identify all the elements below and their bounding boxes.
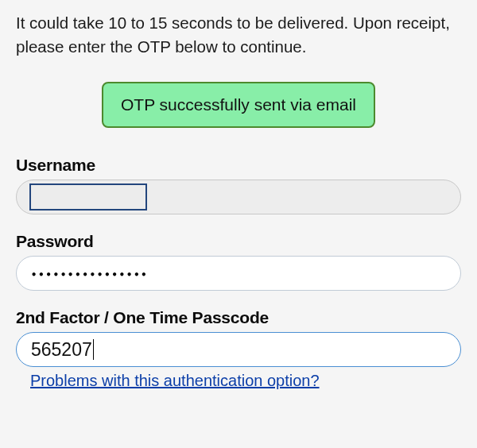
intro-text: It could take 10 to 15 seconds to be del…: [16, 11, 461, 58]
username-input[interactable]: [16, 180, 461, 214]
login-form-container: It could take 10 to 15 seconds to be del…: [0, 0, 477, 396]
alert-wrap: OTP successfully sent via email: [16, 82, 461, 128]
otp-input[interactable]: [16, 332, 461, 367]
username-label: Username: [16, 156, 461, 175]
auth-help-link[interactable]: Problems with this authentication option…: [30, 372, 320, 390]
password-input[interactable]: [16, 256, 461, 291]
username-autofill-highlight: [29, 183, 147, 210]
otp-sent-alert: OTP successfully sent via email: [102, 82, 375, 128]
alert-message: OTP successfully sent via email: [121, 95, 356, 114]
otp-label: 2nd Factor / One Time Passcode: [16, 308, 461, 327]
password-label: Password: [16, 232, 461, 251]
password-group: Password: [16, 232, 461, 291]
username-group: Username: [16, 156, 461, 214]
text-cursor: [93, 339, 94, 360]
otp-group: 2nd Factor / One Time Passcode Problems …: [16, 308, 461, 390]
